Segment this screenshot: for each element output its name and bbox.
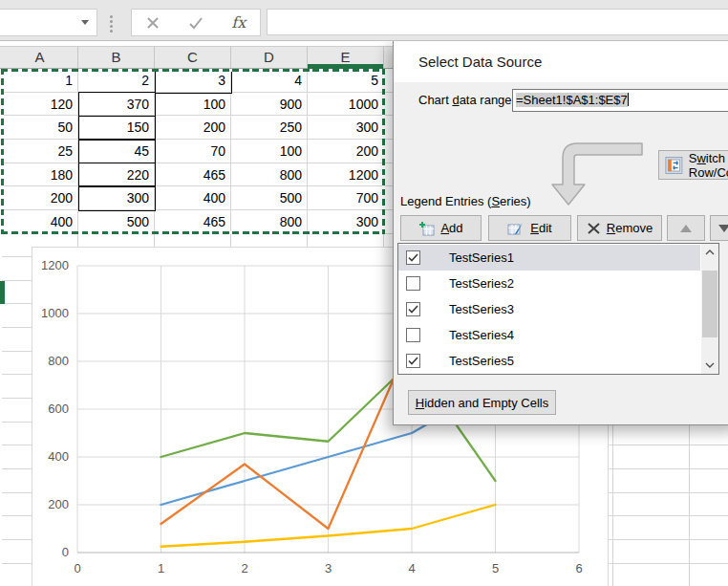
cell[interactable]: 400 [2,210,78,234]
svg-text:0: 0 [62,545,69,559]
cell[interactable]: 50 [2,116,78,140]
series-checkbox[interactable] [406,276,420,291]
cell[interactable]: 1 [2,69,78,93]
cell[interactable]: 100 [231,140,308,163]
chart-data-range-input[interactable]: =Sheet1!$A$1:$E$7 [512,89,728,112]
grip-dots-icon [110,15,113,33]
cell[interactable]: 300 [308,116,384,140]
chevron-down-icon [705,362,715,368]
formula-strip: fx [0,0,728,41]
bent-arrow-icon [537,138,644,212]
edit-pencil-icon [507,221,525,236]
cell[interactable]: 700 [308,186,384,210]
svg-text:400: 400 [48,449,69,464]
cell[interactable]: 4 [231,69,308,93]
remove-button-label: Remove [607,221,653,235]
cell[interactable]: 5 [308,69,384,93]
series-row[interactable]: TestSeries1 [398,245,700,271]
move-up-button[interactable] [667,215,705,241]
cell[interactable]: 70 [155,140,231,163]
column-header-c[interactable]: C [155,47,231,68]
svg-text:200: 200 [48,497,69,511]
cell[interactable]: 500 [231,186,308,210]
cell[interactable]: 1200 [308,163,384,187]
cell[interactable]: 250 [231,116,308,140]
cell[interactable]: 180 [2,163,78,187]
edit-button-label: Edit [530,221,551,235]
cell[interactable]: 2 [78,69,155,93]
cell[interactable]: 200 [155,116,231,140]
remove-series-button[interactable]: Remove [577,215,662,241]
range-input-selected-text: =Sheet1!$A$1:$E$7 [516,93,628,107]
active-cell-indicator [0,281,5,304]
column-header-d[interactable]: D [231,47,308,68]
scrollbar-thumb[interactable] [702,271,717,337]
cell[interactable]: 800 [231,210,308,234]
series-label: TestSeries3 [449,302,514,316]
scroll-up-button[interactable] [701,244,718,260]
chevron-up-icon [705,250,715,255]
cell[interactable]: 220 [78,163,155,187]
svg-text:1: 1 [158,561,164,575]
svg-text:5: 5 [492,561,499,575]
move-down-button[interactable] [710,215,728,241]
insert-function-button[interactable]: fx [217,10,260,35]
svg-text:1000: 1000 [41,306,69,320]
down-arrow-icon [718,225,728,232]
edit-series-button[interactable]: Edit [488,215,571,241]
series-row[interactable]: TestSeries5 [398,348,700,374]
column-header-e[interactable]: E [308,47,384,68]
series-checkbox[interactable] [406,354,420,368]
cell[interactable]: 200 [308,140,384,163]
cell[interactable]: 400 [155,186,231,210]
list-scrollbar[interactable] [701,244,718,374]
cell[interactable]: 800 [231,163,308,187]
cancel-button[interactable] [132,10,175,35]
name-box[interactable] [0,9,97,36]
scroll-down-button[interactable] [701,357,718,373]
cancel-icon [146,16,160,30]
series-checkbox[interactable] [406,328,420,342]
cell[interactable]: 465 [155,163,231,187]
add-table-icon [418,221,435,236]
cell[interactable]: 370 [78,93,155,117]
switch-row-column-button[interactable]: Switch Row/Column [658,150,728,180]
series-label: TestSeries4 [449,328,514,342]
cell[interactable]: 150 [78,116,155,140]
cell[interactable]: 120 [2,93,78,117]
cell[interactable]: 3 [155,69,231,93]
formula-buttons: fx [131,9,261,36]
series-label: TestSeries1 [449,250,514,265]
data-grid: 1 2 3 4 5 120 370 100 900 1000 50 150 20… [2,69,384,233]
chart-data-range-label: Chart data range: [418,93,515,107]
cell[interactable]: 25 [2,140,78,163]
cell[interactable]: 300 [78,186,155,210]
add-series-button[interactable]: Add [400,215,482,241]
check-icon [188,16,203,30]
column-header-a[interactable]: A [2,47,78,68]
series-row[interactable]: TestSeries2 [398,271,700,296]
series-row[interactable]: TestSeries3 [398,296,700,322]
dialog-titlebar[interactable]: Select Data Source [394,41,728,82]
series-checkbox[interactable] [406,250,420,265]
cell[interactable]: 500 [78,210,155,234]
cell[interactable]: 900 [231,93,308,117]
cell[interactable]: 200 [2,186,78,210]
cell[interactable]: 300 [308,210,384,234]
cell[interactable]: 100 [155,93,231,117]
add-button-label: Add [440,221,462,235]
column-header-b[interactable]: B [78,47,155,68]
cell[interactable]: 1000 [308,93,384,117]
remove-x-icon [587,222,601,235]
name-box-dropdown-icon[interactable] [81,20,89,25]
enter-button[interactable] [175,10,218,35]
hidden-and-empty-cells-button[interactable]: Hidden and Empty Cells [408,390,556,415]
cell[interactable]: 45 [78,140,155,163]
svg-text:600: 600 [48,402,69,416]
series-toolbar: Add Edit Remove [394,215,728,241]
series-row[interactable]: TestSeries4 [398,322,700,348]
formula-bar-input[interactable] [267,9,728,35]
svg-text:800: 800 [48,354,69,368]
series-checkbox[interactable] [406,302,420,316]
cell[interactable]: 465 [155,210,231,234]
